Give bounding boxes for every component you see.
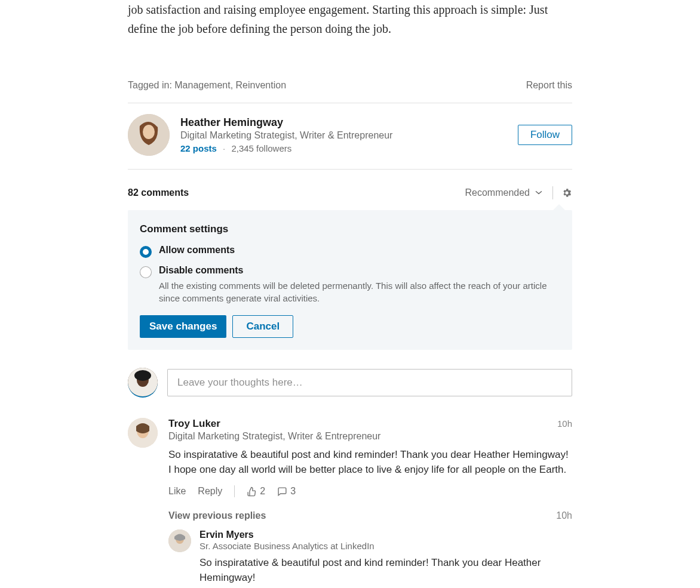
author-headline: Digital Marketing Strategist, Writer & E…: [180, 130, 518, 141]
report-link[interactable]: Report this: [526, 80, 572, 91]
reply-count[interactable]: 3: [277, 486, 296, 497]
reply-count-value: 3: [290, 486, 296, 497]
author-posts[interactable]: 22 posts: [180, 143, 217, 153]
settings-title: Comment settings: [140, 223, 560, 235]
radio-disable[interactable]: [140, 266, 152, 278]
radio-allow[interactable]: [140, 246, 152, 258]
author-avatar[interactable]: [128, 114, 170, 156]
comments-header: 82 comments Recommended: [128, 186, 572, 199]
svg-point-5: [134, 370, 151, 381]
reply-button[interactable]: Reply: [198, 486, 222, 497]
cancel-button[interactable]: Cancel: [232, 315, 293, 338]
radio-disable-row[interactable]: Disable comments All the existing commen…: [140, 265, 560, 304]
save-button[interactable]: Save changes: [140, 315, 226, 338]
thumbs-up-icon: [247, 487, 257, 497]
svg-point-2: [143, 125, 155, 139]
commenter-name[interactable]: Troy Luker: [168, 418, 220, 430]
comment-icon: [277, 487, 287, 497]
author-name[interactable]: Heather Hemingway: [180, 116, 518, 129]
reply-item: Ervin Myers Sr. Associate Business Analy…: [168, 529, 572, 585]
comments-count: 82 comments: [128, 187, 189, 198]
follow-button[interactable]: Follow: [518, 125, 572, 145]
tagged-prefix: Tagged in:: [128, 80, 174, 90]
view-previous-replies[interactable]: View previous replies: [168, 510, 266, 521]
divider: [552, 186, 553, 199]
comment-actions: Like Reply 2 3: [168, 485, 572, 497]
radio-allow-row[interactable]: Allow comments: [140, 245, 560, 258]
divider: [234, 485, 235, 497]
article-meta-row: Tagged in: Management, Reinvention Repor…: [128, 80, 572, 103]
radio-allow-label: Allow comments: [159, 245, 235, 255]
commenter-avatar[interactable]: [128, 418, 158, 448]
author-card: Heather Hemingway Digital Marketing Stra…: [128, 103, 572, 170]
like-count-value: 2: [260, 486, 265, 497]
gear-icon[interactable]: [561, 187, 572, 198]
comment-item: Troy Luker 10h Digital Marketing Strateg…: [128, 418, 572, 586]
comment-time: 10h: [557, 418, 572, 429]
like-button[interactable]: Like: [168, 486, 186, 497]
replier-headline: Sr. Associate Business Analytics at Link…: [199, 541, 572, 551]
like-count[interactable]: 2: [247, 486, 265, 497]
sort-label[interactable]: Recommended: [465, 187, 530, 198]
tag-reinvention[interactable]: Reinvention: [236, 80, 287, 90]
article-tail-text: job satisfaction and raising employee en…: [128, 0, 572, 38]
reply-text: So inspiratative & beautiful post and ki…: [199, 556, 572, 585]
comment-text: So inspiratative & beautiful post and ki…: [168, 448, 572, 477]
author-followers: 2,345 followers: [231, 143, 291, 153]
replier-name[interactable]: Ervin Myers: [199, 529, 572, 540]
radio-disable-label: Disable comments: [159, 265, 553, 276]
current-user-avatar[interactable]: [128, 368, 158, 398]
compose-row: [128, 368, 572, 398]
tags-line: Tagged in: Management, Reinvention: [128, 80, 286, 91]
reply-time: 10h: [556, 510, 572, 521]
replier-avatar[interactable]: [168, 529, 191, 552]
tag-management[interactable]: Management: [174, 80, 230, 90]
comment-settings-panel: Comment settings Allow comments Disable …: [128, 210, 572, 350]
radio-disable-desc: All the existing comments will be delete…: [159, 279, 553, 304]
comment-input[interactable]: [167, 369, 572, 396]
commenter-headline: Digital Marketing Strategist, Writer & E…: [168, 431, 572, 442]
chevron-down-icon[interactable]: [533, 187, 544, 198]
